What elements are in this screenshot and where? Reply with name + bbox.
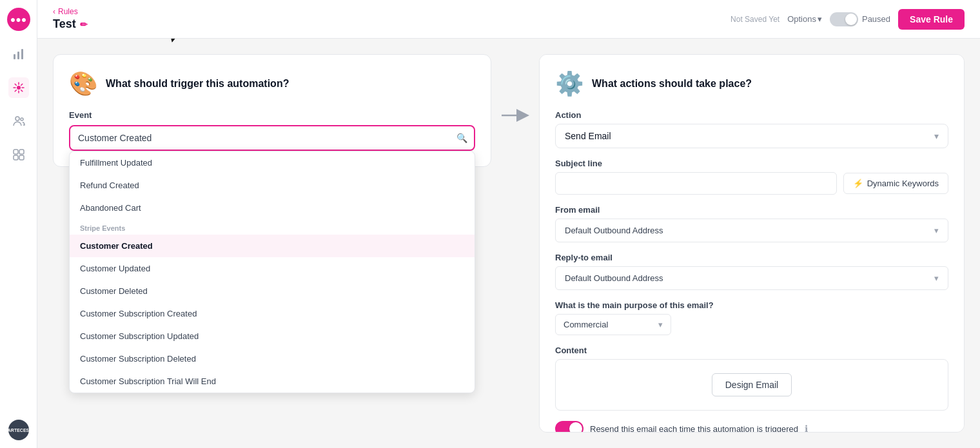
content-area: 🎨 What should trigger this automation? E… [37,39,980,448]
edit-icon[interactable]: ✏ [80,19,88,30]
design-email-button[interactable]: Design Email [712,373,792,396]
content-box: Design Email [555,359,948,411]
purpose-value: Commercial [564,320,608,329]
purpose-label: What is the main purpose of this email? [555,300,948,310]
action-icon: ⚙️ [555,70,584,97]
dropdown-item-fulfillment-updated[interactable]: Fulfillment Updated [70,151,475,174]
svg-rect-6 [14,150,18,154]
toggle-knob [845,14,857,25]
svg-rect-9 [19,155,24,160]
from-email-value: Default Outbound Address [565,226,663,235]
sidebar-icon-chart[interactable] [8,44,29,64]
action-select[interactable]: Send Email ▾ [555,124,948,148]
dropdown-item-customer-subscription-created[interactable]: Customer Subscription Created [70,302,475,325]
app-logo[interactable]: ●●● [7,8,30,31]
dropdown-item-refund-created[interactable]: Refund Created [70,174,475,197]
flow-arrow-icon [499,106,531,125]
options-chevron-icon: ▾ [818,14,822,24]
reply-to-chevron-icon: ▾ [934,273,939,283]
topbar: ‹ Rules Test ✏ Not Saved Yet Options ▾ P… [37,0,980,39]
trigger-title: What should trigger this automation? [106,78,289,90]
options-button[interactable]: Options ▾ [787,14,822,24]
paused-toggle-wrap: Paused [830,12,890,26]
save-rule-button[interactable]: Save Rule [898,9,965,30]
lightning-icon: ⚡ [853,179,863,188]
dynamic-keywords-button[interactable]: ⚡ Dynamic Keywords [843,173,948,194]
dropdown-item-abandoned-cart[interactable]: Abandoned Cart [70,197,475,219]
breadcrumb[interactable]: ‹ Rules [53,7,88,16]
paused-toggle[interactable] [830,12,858,26]
event-label: Event [69,110,475,120]
from-email-field: From email Default Outbound Address ▾ [555,205,948,242]
action-select-value: Send Email [565,131,611,141]
paused-label: Paused [862,14,890,24]
trigger-card: 🎨 What should trigger this automation? E… [53,54,491,167]
topbar-left: ‹ Rules Test ✏ [53,7,88,31]
page-title: Test [53,17,76,31]
subject-input[interactable] [555,172,837,195]
svg-rect-8 [14,155,18,160]
svg-rect-1 [17,52,19,59]
reply-to-field: Reply-to email Default Outbound Address … [555,253,948,290]
from-email-label: From email [555,205,948,215]
dropdown-item-customer-subscription-deleted[interactable]: Customer Subscription Deleted [70,347,475,370]
trigger-icon: 🎨 [69,70,98,97]
svg-point-4 [15,117,19,121]
dropdown-section-stripe: Stripe Events [70,219,475,235]
event-search-input[interactable] [70,126,474,150]
sidebar-icon-automation[interactable] [8,77,29,98]
svg-point-5 [21,118,23,121]
reply-to-label: Reply-to email [555,253,948,262]
sidebar-icon-integrations[interactable] [8,144,29,165]
right-panel: ⚙️ What actions should take place? Actio… [539,54,965,433]
action-title: What actions should take place? [592,78,752,90]
trigger-header: 🎨 What should trigger this automation? [69,70,475,97]
action-chevron-icon: ▾ [934,131,939,141]
not-saved-status: Not Saved Yet [730,15,779,24]
dynamic-keywords-label: Dynamic Keywords [867,179,939,188]
content-label: Content [555,346,948,355]
user-avatar[interactable]: ARTECES [8,420,29,440]
dropdown-item-customer-deleted[interactable]: Customer Deleted [70,280,475,302]
reply-to-value: Default Outbound Address [565,273,663,283]
svg-rect-2 [21,49,23,59]
annotation-arrow [135,39,212,49]
action-label: Action [555,110,948,120]
search-icon: 🔍 [456,133,467,143]
avatar-text: ARTECES [8,428,29,433]
page-title-wrap: Test ✏ [53,17,88,31]
purpose-chevron-icon: ▾ [658,320,663,329]
logo-dots: ●●● [10,14,26,24]
sidebar-icon-contacts[interactable] [8,111,29,131]
resend-row: Resend this email each time this automat… [555,421,948,433]
action-select-wrap: Send Email ▾ [555,124,948,148]
svg-rect-0 [14,54,15,59]
dropdown-item-customer-subscription-updated[interactable]: Customer Subscription Updated [70,325,475,347]
dropdown-item-customer-updated[interactable]: Customer Updated [70,257,475,280]
subject-label: Subject line [555,159,948,168]
dropdown-item-customer-subscription-trial[interactable]: Customer Subscription Trial Will End [70,370,475,393]
event-dropdown: Fulfillment Updated Refund Created Aband… [69,151,475,393]
arrow-section [491,54,539,433]
sidebar: ●●● ARTECES [0,0,37,448]
svg-rect-7 [19,150,24,154]
info-icon[interactable]: ℹ [805,424,808,433]
resend-toggle[interactable] [555,421,583,433]
purpose-field: What is the main purpose of this email? … [555,300,948,335]
event-search-wrap: 🔍 Fulfillment Updated Refund Created Aba… [69,125,475,151]
subject-field: Subject line ⚡ Dynamic Keywords [555,159,948,195]
reply-to-select[interactable]: Default Outbound Address ▾ [555,266,948,290]
subject-row: ⚡ Dynamic Keywords [555,172,948,195]
topbar-right: Not Saved Yet Options ▾ Paused Save Rule [730,9,965,30]
breadcrumb-text: Rules [58,7,78,16]
dropdown-item-customer-created[interactable]: Customer Created [70,235,475,257]
action-header: ⚙️ What actions should take place? [555,70,948,97]
resend-toggle-knob [569,422,582,433]
resend-label: Resend this email each time this automat… [590,424,798,433]
action-field: Action Send Email ▾ [555,110,948,148]
from-email-select[interactable]: Default Outbound Address ▾ [555,219,948,242]
purpose-select[interactable]: Commercial ▾ [555,314,671,335]
from-email-chevron-icon: ▾ [934,226,939,235]
content-field: Content Design Email [555,346,948,411]
left-panel: 🎨 What should trigger this automation? E… [53,54,491,433]
